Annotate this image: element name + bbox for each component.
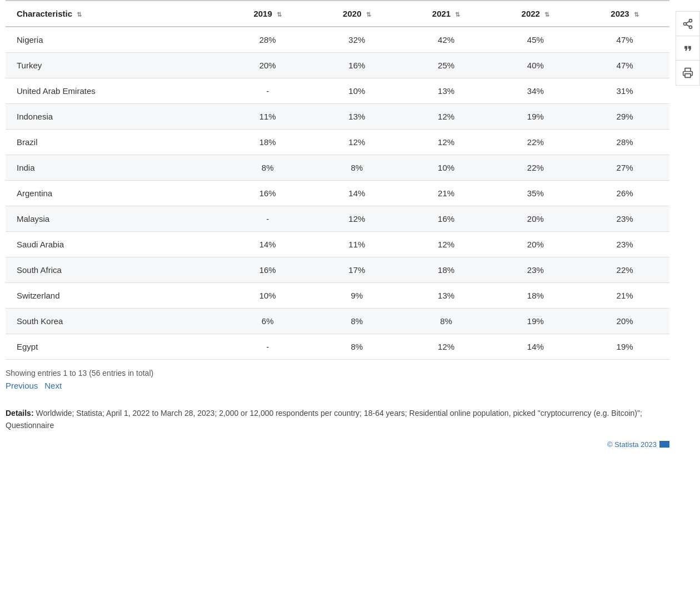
cell-y2022: 14%: [491, 334, 580, 360]
cell-y2021: 42%: [402, 27, 491, 53]
cell-y2021: 12%: [402, 334, 491, 360]
svg-line-4: [686, 21, 689, 23]
cell-y2023: 26%: [580, 181, 669, 206]
cell-y2020: 11%: [312, 232, 402, 257]
print-button[interactable]: [676, 61, 700, 85]
col-header-2019[interactable]: 2019 ⇅: [223, 1, 312, 27]
details-label: Details:: [6, 409, 34, 418]
cell-country: Malaysia: [6, 206, 223, 232]
col-header-2021-label: 2021: [432, 9, 451, 18]
cell-country: Saudi Arabia: [6, 232, 223, 257]
cell-y2020: 13%: [312, 104, 402, 130]
table-row: Nigeria28%32%42%45%47%: [6, 27, 669, 53]
table-row: Indonesia11%13%12%19%29%: [6, 104, 669, 130]
cell-y2023: 31%: [580, 78, 669, 104]
cell-y2019: 11%: [223, 104, 312, 130]
table-row: South Africa16%17%18%23%22%: [6, 257, 669, 283]
statista-flag-icon: [659, 441, 669, 448]
next-link[interactable]: Next: [44, 381, 62, 390]
cell-y2021: 16%: [402, 206, 491, 232]
cell-y2023: 47%: [580, 27, 669, 53]
cell-y2023: 19%: [580, 334, 669, 360]
cell-y2020: 14%: [312, 181, 402, 206]
cell-country: India: [6, 155, 223, 181]
sort-icon-2023: ⇅: [634, 11, 639, 18]
cell-y2021: 12%: [402, 232, 491, 257]
cell-y2022: 40%: [491, 53, 580, 78]
cell-y2019: -: [223, 206, 312, 232]
cell-y2020: 16%: [312, 53, 402, 78]
cell-country: South Africa: [6, 257, 223, 283]
cell-y2023: 23%: [580, 206, 669, 232]
col-header-2022-label: 2022: [522, 9, 540, 18]
table-row: Turkey20%16%25%40%47%: [6, 53, 669, 78]
cell-y2019: -: [223, 78, 312, 104]
table-row: India8%8%10%22%27%: [6, 155, 669, 181]
table-row: Argentina16%14%21%35%26%: [6, 181, 669, 206]
statista-copyright: © Statista 2023: [607, 440, 669, 449]
cell-y2022: 22%: [491, 155, 580, 181]
share-button[interactable]: [676, 12, 700, 36]
data-table-wrapper: Characteristic ⇅ 2019 ⇅ 2020 ⇅ 2021 ⇅: [6, 0, 669, 360]
cell-y2022: 23%: [491, 257, 580, 283]
cell-y2022: 18%: [491, 283, 580, 309]
col-header-2020[interactable]: 2020 ⇅: [312, 1, 402, 27]
cell-y2023: 22%: [580, 257, 669, 283]
cell-y2020: 32%: [312, 27, 402, 53]
cell-y2019: 10%: [223, 283, 312, 309]
cell-country: Argentina: [6, 181, 223, 206]
col-header-2023[interactable]: 2023 ⇅: [580, 1, 669, 27]
cell-y2021: 12%: [402, 104, 491, 130]
cell-y2019: 18%: [223, 130, 312, 155]
previous-link[interactable]: Previous: [6, 381, 38, 390]
sort-icon-2022: ⇅: [544, 11, 549, 18]
cell-y2019: 20%: [223, 53, 312, 78]
cell-y2021: 12%: [402, 130, 491, 155]
cell-y2023: 20%: [580, 309, 669, 334]
details-text: Worldwide; Statista; April 1, 2022 to Ma…: [6, 409, 642, 430]
table-row: United Arab Emirates-10%13%34%31%: [6, 78, 669, 104]
cell-y2021: 13%: [402, 78, 491, 104]
cell-y2021: 25%: [402, 53, 491, 78]
cell-country: United Arab Emirates: [6, 78, 223, 104]
quote-button[interactable]: [676, 36, 700, 61]
copyright-text: © Statista 2023: [607, 440, 657, 449]
pagination-links: Previous Next: [6, 381, 669, 390]
col-header-2020-label: 2020: [343, 9, 361, 18]
cell-y2023: 21%: [580, 283, 669, 309]
cell-y2022: 19%: [491, 104, 580, 130]
cell-y2023: 28%: [580, 130, 669, 155]
cell-y2022: 35%: [491, 181, 580, 206]
data-table: Characteristic ⇅ 2019 ⇅ 2020 ⇅ 2021 ⇅: [6, 0, 669, 360]
sort-icon-2019: ⇅: [277, 11, 282, 18]
cell-country: Indonesia: [6, 104, 223, 130]
table-row: Malaysia-12%16%20%23%: [6, 206, 669, 232]
cell-y2020: 8%: [312, 309, 402, 334]
cell-y2020: 8%: [312, 334, 402, 360]
col-header-characteristic[interactable]: Characteristic ⇅: [6, 1, 223, 27]
cell-y2019: -: [223, 334, 312, 360]
table-row: Switzerland10%9%13%18%21%: [6, 283, 669, 309]
cell-y2023: 23%: [580, 232, 669, 257]
cell-y2019: 28%: [223, 27, 312, 53]
cell-y2021: 8%: [402, 309, 491, 334]
cell-y2023: 27%: [580, 155, 669, 181]
details-section: Details: Worldwide; Statista; April 1, 2…: [6, 407, 669, 432]
cell-y2023: 29%: [580, 104, 669, 130]
col-header-2021[interactable]: 2021 ⇅: [402, 1, 491, 27]
cell-country: Brazil: [6, 130, 223, 155]
table-row: Saudi Arabia14%11%12%20%23%: [6, 232, 669, 257]
sort-icon-2021: ⇅: [455, 11, 460, 18]
cell-y2019: 6%: [223, 309, 312, 334]
cell-y2022: 20%: [491, 206, 580, 232]
table-row: Egypt-8%12%14%19%: [6, 334, 669, 360]
col-header-characteristic-label: Characteristic: [17, 9, 72, 18]
table-row: South Korea6%8%8%19%20%: [6, 309, 669, 334]
cell-y2020: 17%: [312, 257, 402, 283]
cell-y2019: 16%: [223, 181, 312, 206]
cell-y2020: 12%: [312, 206, 402, 232]
cell-y2020: 8%: [312, 155, 402, 181]
cell-y2023: 47%: [580, 53, 669, 78]
cell-y2022: 34%: [491, 78, 580, 104]
col-header-2022[interactable]: 2022 ⇅: [491, 1, 580, 27]
